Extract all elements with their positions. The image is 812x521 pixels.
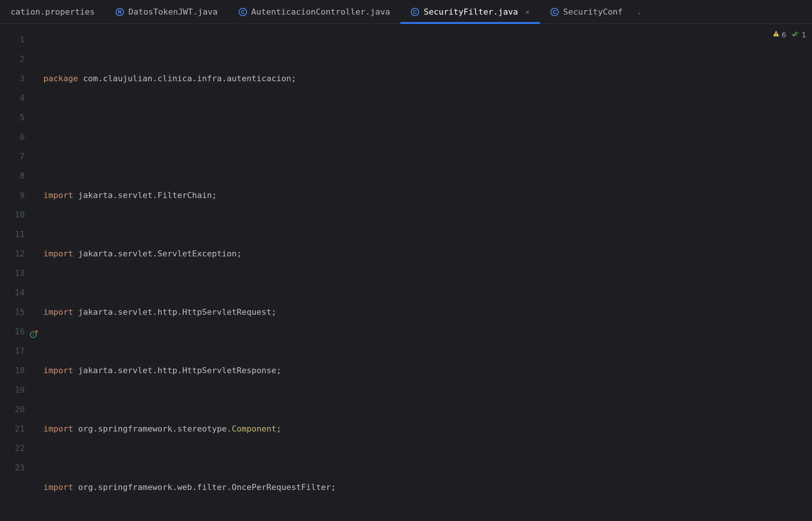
warning-icon [772,30,780,39]
line-number-text: 16 [15,327,25,336]
code-line: import jakarta.servlet.FilterChain; [40,186,812,205]
tab-label: SecurityFilter.java [424,7,518,16]
svg-text:C: C [241,9,245,15]
svg-text:R: R [118,9,122,15]
line-number[interactable]: 14 [0,283,40,302]
line-number[interactable]: 20 [0,400,40,419]
line-number[interactable]: 11 [0,225,40,244]
line-number[interactable]: 17 [0,341,40,361]
editor-area: 6 1 1 2 3 4 5 6 7 8 9 10 11 12 13 14 15 … [0,24,812,521]
gutter[interactable]: 1 2 3 4 5 6 7 8 9 10 11 12 13 14 15 16 I… [0,24,40,521]
line-number[interactable]: 21 [0,419,40,439]
svg-text:C: C [553,9,556,15]
tab-label: DatosTokenJWT.java [128,7,217,16]
code-line: package com.claujulian.clinica.infra.aut… [40,69,812,88]
line-number[interactable]: 7 [0,147,40,166]
line-number[interactable]: 18 [0,361,40,380]
line-number[interactable]: 9 [0,186,40,205]
line-number[interactable]: 12 [0,244,40,263]
tab-properties[interactable]: cation.properties [0,0,105,24]
line-number[interactable]: 1 [0,30,40,49]
class-icon: C [411,8,419,16]
line-number[interactable]: 13 [0,263,40,283]
line-number[interactable]: 2 [0,49,40,69]
code-line: import org.springframework.stereotype.Co… [40,419,812,439]
svg-text:C: C [413,9,417,15]
class-icon: C [550,8,559,16]
close-icon[interactable]: ✕ [525,8,529,16]
line-number[interactable]: 4 [0,88,40,108]
warnings-indicator[interactable]: 6 [772,30,786,39]
code-line: import jakarta.servlet.http.HttpServletR… [40,361,812,380]
line-number[interactable]: 3 [0,69,40,88]
line-number[interactable]: 6 [0,127,40,147]
record-icon: R [116,8,124,16]
line-number[interactable]: 23 [0,458,40,478]
line-number[interactable]: 22 [0,439,40,458]
tabs-dropdown[interactable]: ⌄ [633,9,645,15]
tab-autenticacioncontroller[interactable]: C AutenticacionController.java [228,0,401,24]
line-number[interactable]: 8 [0,166,40,186]
inspections-widget[interactable]: 6 1 [772,30,806,39]
check-count: 1 [802,30,806,39]
tab-securityconf[interactable]: C SecurityConf [540,0,633,24]
line-number[interactable]: 19 [0,380,40,400]
code-line: import jakarta.servlet.ServletException; [40,244,812,263]
override-icon[interactable]: I [29,327,39,336]
svg-rect-8 [776,33,776,34]
checks-indicator[interactable]: 1 [791,30,806,39]
code-line: import org.springframework.web.filter.On… [40,478,812,497]
line-number[interactable]: 15 [0,302,40,322]
svg-rect-9 [776,35,776,36]
tab-label: SecurityConf [563,7,623,16]
tab-datostokenjwt[interactable]: R DatosTokenJWT.java [105,0,228,24]
code-editor[interactable]: package com.claujulian.clinica.infra.aut… [40,24,812,521]
line-number[interactable]: 5 [0,108,40,127]
line-number[interactable]: 16 I [0,322,40,341]
code-line: import jakarta.servlet.http.HttpServletR… [40,302,812,322]
tab-label: AutenticacionController.java [251,7,390,16]
code-line [40,127,812,147]
warning-count: 6 [782,30,786,39]
line-number[interactable]: 10 [0,205,40,225]
editor-tabs: cation.properties R DatosTokenJWT.java C… [0,0,812,24]
svg-text:I: I [33,332,34,337]
chevron-down-icon: ⌄ [638,9,641,15]
class-icon: C [239,8,247,16]
check-icon [791,30,800,39]
tab-securityfilter[interactable]: C SecurityFilter.java ✕ [400,0,540,24]
tab-label: cation.properties [10,7,95,16]
